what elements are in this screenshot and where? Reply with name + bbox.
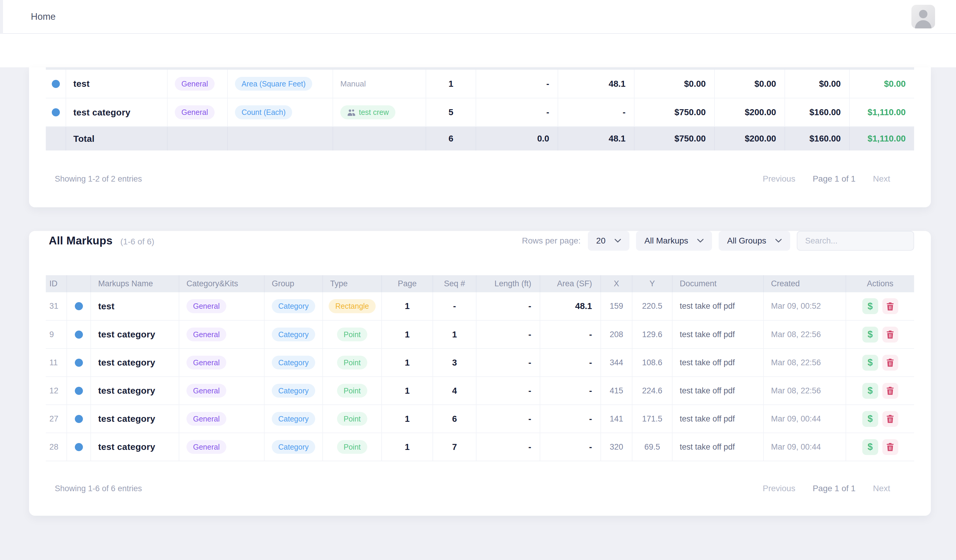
group-badge: Category (272, 356, 315, 370)
trash-icon[interactable] (882, 327, 898, 342)
total-count: 6 (448, 134, 453, 143)
next-button[interactable]: Next (873, 174, 890, 184)
measure-type-badge: Area (Square Feet) (235, 77, 312, 91)
trash-icon[interactable] (882, 439, 898, 455)
type-badge: Point (337, 412, 367, 426)
pagination: Previous Page 1 of 1 Next (763, 484, 890, 493)
table-row: 12test categoryGeneralCategoryPoint14--4… (46, 376, 914, 405)
cell-cost: $0.00 (754, 79, 776, 89)
row-color-dot[interactable] (75, 331, 83, 339)
previous-button[interactable]: Previous (763, 484, 795, 493)
chevron-down-icon (775, 239, 782, 243)
trash-icon[interactable] (882, 383, 898, 399)
entries-count-text: Showing 1-2 of 2 entries (55, 174, 142, 184)
type-badge: Point (337, 328, 367, 342)
previous-button[interactable]: Previous (763, 174, 795, 184)
row-color-dot[interactable] (75, 302, 83, 310)
category-badge: General (187, 356, 226, 370)
row-color-dot[interactable] (52, 108, 60, 116)
row-actions: $ (846, 355, 914, 371)
trash-icon[interactable] (882, 298, 898, 314)
cell-markup-name: test category (98, 386, 155, 395)
crew-badge: test crew (340, 105, 395, 119)
total-label: Total (73, 134, 94, 144)
dollar-icon[interactable]: $ (862, 383, 878, 399)
col-color (67, 275, 91, 292)
cell-page: 1 (405, 414, 409, 424)
col-area: Area (SF) (540, 275, 601, 292)
trash-icon[interactable] (882, 355, 898, 371)
col-type: Type (323, 275, 382, 292)
type-badge: Point (337, 356, 367, 370)
page-content: testGeneralArea (Square Feet)Manual1-48.… (0, 67, 956, 516)
row-color-dot[interactable] (75, 443, 83, 451)
cell-length: - (528, 358, 531, 367)
markups-filter-select[interactable]: All Markups (636, 231, 712, 251)
cell-x: 344 (610, 358, 623, 367)
table-controls: Rows per page: 20 All Markups All Groups (522, 231, 914, 251)
cell-length: - (528, 414, 531, 424)
cell-name: test (73, 79, 90, 89)
search-input[interactable] (797, 231, 914, 251)
row-color-dot[interactable] (52, 80, 60, 88)
cell-area: - (589, 442, 592, 452)
dollar-icon[interactable]: $ (862, 439, 878, 455)
summary-card: testGeneralArea (Square Feet)Manual1-48.… (29, 67, 931, 207)
category-badge: General (187, 384, 226, 398)
left-gutter (0, 0, 3, 34)
dollar-icon[interactable]: $ (862, 298, 878, 314)
home-link[interactable]: Home (31, 11, 56, 22)
people-icon (347, 108, 356, 116)
cell-x: 141 (610, 414, 623, 423)
person-icon (911, 8, 935, 28)
cell-length: - (528, 442, 531, 452)
total-area: 48.1 (609, 134, 626, 143)
rows-per-page-label: Rows per page: (522, 236, 581, 246)
cell-page: 1 (405, 386, 409, 395)
pagination: Previous Page 1 of 1 Next (763, 174, 890, 184)
col-created: Created (764, 275, 846, 292)
rows-per-page-select[interactable]: 20 (588, 231, 629, 251)
total-length: 0.0 (537, 134, 549, 143)
cell-id: 28 (49, 442, 58, 452)
cell-id: 31 (49, 301, 58, 311)
chevron-down-icon (615, 239, 621, 243)
cell-count: 5 (448, 107, 453, 117)
row-color-dot[interactable] (75, 359, 83, 367)
table-row: 27test categoryGeneralCategoryPoint16--1… (46, 405, 914, 433)
category-badge: General (175, 105, 215, 119)
dollar-icon[interactable]: $ (862, 327, 878, 342)
cell-total: $0.00 (884, 79, 906, 89)
cell-x: 415 (610, 386, 623, 395)
trash-icon[interactable] (882, 411, 898, 427)
row-actions: $ (846, 411, 914, 427)
dollar-icon[interactable]: $ (862, 411, 878, 427)
cell-markup-name: test (98, 301, 115, 311)
col-actions: Actions (846, 275, 914, 292)
dollar-icon[interactable]: $ (862, 355, 878, 371)
cell-id: 9 (49, 330, 54, 339)
groups-filter-select[interactable]: All Groups (719, 231, 790, 251)
cell-created: Mar 09, 00:44 (771, 414, 821, 423)
cell-cost: $0.00 (684, 79, 706, 89)
col-x: X (601, 275, 632, 292)
cell-document: test take off pdf (680, 301, 735, 311)
cell-x: 208 (610, 330, 623, 339)
row-color-dot[interactable] (75, 415, 83, 423)
cell-y: 224.6 (642, 386, 662, 395)
cell-y: 69.5 (645, 442, 660, 452)
next-button[interactable]: Next (873, 484, 890, 493)
cell-created: Mar 08, 22:56 (771, 358, 821, 367)
crew-text: Manual (340, 79, 366, 88)
cell-created: Mar 09, 00:44 (771, 442, 821, 452)
group-badge: Category (272, 440, 315, 454)
type-badge: Point (337, 384, 367, 398)
cell-created: Mar 08, 22:56 (771, 330, 821, 339)
cell-area: - (589, 329, 592, 339)
entries-count-text: Showing 1-6 of 6 entries (55, 484, 142, 493)
row-color-dot[interactable] (75, 387, 83, 395)
cell-page: 1 (405, 329, 409, 339)
cell-length: - (528, 329, 531, 339)
user-avatar[interactable] (911, 5, 935, 28)
table-row: 11test categoryGeneralCategoryPoint13--3… (46, 348, 914, 376)
